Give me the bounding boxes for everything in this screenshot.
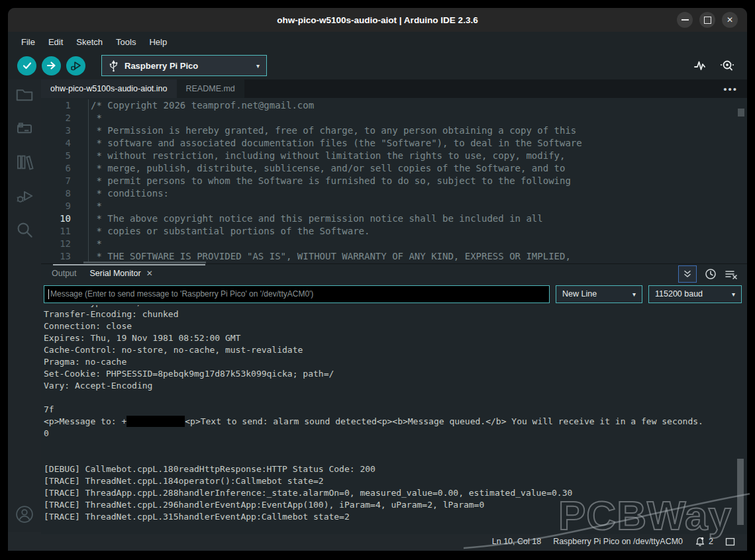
serial-output-line: Set-Cookie: PHPSESSID=8pebqk9mg17d87k53k… bbox=[44, 368, 747, 380]
code-text: * merge, publish, distribute, sublicense… bbox=[88, 162, 565, 175]
maximize-button[interactable] bbox=[699, 12, 715, 28]
line-number[interactable]: 5 bbox=[41, 150, 71, 162]
toggle-autoscroll-button[interactable] bbox=[678, 265, 697, 283]
serial-output-line bbox=[44, 440, 747, 451]
code-line: 3 * Permission is hereby granted, free o… bbox=[41, 124, 747, 137]
debug-button[interactable] bbox=[66, 56, 85, 75]
board-port-status[interactable]: Raspberry Pi Pico on /dev/ttyACM0 bbox=[553, 537, 683, 546]
verify-button[interactable] bbox=[17, 56, 36, 75]
line-number[interactable]: 10 bbox=[41, 212, 71, 225]
serial-output-line: [DEBUG] Callmebot.cppL.180readHttpRespon… bbox=[44, 463, 747, 475]
menu-file[interactable]: File bbox=[15, 34, 42, 50]
line-number[interactable]: 9 bbox=[41, 200, 71, 212]
line-number[interactable]: 13 bbox=[41, 250, 71, 263]
editor-lines: 1/* Copyright 2026 teamprof.net@gmail.co… bbox=[41, 99, 747, 263]
menu-edit[interactable]: Edit bbox=[42, 34, 70, 50]
serial-output-line: [TRACE] ThreadNet.cppL.184operator():Cal… bbox=[44, 475, 747, 487]
baud-rate-value: 115200 baud bbox=[655, 289, 703, 299]
line-number[interactable]: 6 bbox=[41, 162, 71, 175]
panel-actions bbox=[678, 265, 738, 283]
code-text: * bbox=[88, 112, 102, 124]
serial-monitor-icon[interactable] bbox=[719, 58, 735, 73]
menu-help[interactable]: Help bbox=[142, 34, 174, 50]
serial-output-line: Pragma: no-cache bbox=[44, 356, 747, 368]
debug-icon bbox=[70, 59, 83, 72]
serial-output-line: [TRACE] ThreadApp.cppL.288handlerInferen… bbox=[44, 487, 747, 499]
code-text: * Permission is hereby granted, free of … bbox=[88, 124, 576, 137]
account-icon[interactable] bbox=[15, 504, 34, 524]
text-cursor bbox=[48, 289, 49, 299]
screen: ohw-pico-w5100s-audio-aiot | Arduino IDE… bbox=[0, 0, 755, 560]
statusbar: Ln 10, Col 18 Raspberry Pi Pico on /dev/… bbox=[8, 532, 747, 551]
serial-output-line bbox=[44, 392, 747, 404]
code-editor[interactable]: 1/* Copyright 2026 teamprof.net@gmail.co… bbox=[41, 98, 747, 263]
line-ending-dropdown[interactable]: New Line ▾ bbox=[556, 285, 642, 303]
serial-message-input[interactable]: Message (Enter to send message to 'Raspb… bbox=[44, 285, 550, 303]
close-button[interactable]: ✕ bbox=[722, 12, 738, 28]
code-text: * copies or substantial portions of the … bbox=[88, 225, 370, 238]
tab-serial-monitor-label: Serial Monitor bbox=[90, 269, 141, 278]
editor-tab-readme-md[interactable]: README.md bbox=[177, 79, 244, 98]
menu-sketch[interactable]: Sketch bbox=[70, 34, 109, 50]
line-number[interactable]: 12 bbox=[41, 238, 71, 250]
serial-output-line: Transfer-Encoding: chunked bbox=[44, 308, 747, 320]
redacted-phone-number bbox=[126, 416, 185, 427]
line-number[interactable]: 11 bbox=[41, 225, 71, 238]
cursor-position[interactable]: Ln 10, Col 18 bbox=[492, 537, 541, 546]
toggle-timestamp-icon[interactable] bbox=[705, 268, 717, 280]
menu-tools[interactable]: Tools bbox=[109, 34, 142, 50]
baud-rate-dropdown[interactable]: 115200 baud ▾ bbox=[648, 285, 742, 303]
library-manager-icon[interactable] bbox=[15, 152, 34, 172]
notifications-button[interactable]: 2 bbox=[695, 536, 713, 547]
titlebar: ohw-pico-w5100s-audio-aiot | Arduino IDE… bbox=[8, 8, 747, 32]
minimize-icon bbox=[681, 19, 689, 21]
bottom-panel: Output Serial Monitor ✕ bbox=[41, 263, 747, 534]
activity-sidebar bbox=[8, 79, 41, 532]
serial-output-line: [TRACE] ThreadNet.cppL.296handlerEventAp… bbox=[44, 499, 747, 511]
line-number[interactable]: 8 bbox=[41, 187, 71, 200]
debug-sidebar-icon[interactable] bbox=[15, 186, 34, 206]
code-text: * software and associated documentation … bbox=[88, 137, 582, 150]
search-icon[interactable] bbox=[15, 220, 34, 240]
code-line: 11 * copies or substantial portions of t… bbox=[41, 225, 747, 238]
serial-output-line: 7f bbox=[44, 404, 747, 416]
code-line: 9 * bbox=[41, 200, 747, 212]
line-number[interactable]: 1 bbox=[41, 99, 71, 112]
right-arrow-icon bbox=[46, 60, 58, 71]
tab-more-button[interactable]: ••• bbox=[723, 79, 738, 98]
serial-output-line: Connection: close bbox=[44, 320, 747, 332]
serial-output-lines: Content-Type: text/htmlTransfer-Encoding… bbox=[41, 305, 747, 523]
editor-vscrollbar[interactable] bbox=[738, 98, 744, 263]
serial-output-line: <p>Message to: +<p>Text to send: alarm s… bbox=[44, 416, 747, 428]
tab-serial-monitor[interactable]: Serial Monitor ✕ bbox=[83, 269, 160, 278]
minimize-button[interactable] bbox=[677, 12, 693, 28]
serial-output-line bbox=[44, 451, 747, 463]
board-selector[interactable]: Raspberry Pi Pico ▾ bbox=[101, 55, 267, 76]
ide-body: ohw-pico-w5100s-audio-aiot.inoREADME.md•… bbox=[8, 79, 747, 532]
close-icon[interactable]: ✕ bbox=[146, 269, 153, 278]
sketchbook-folder-icon[interactable] bbox=[15, 85, 34, 105]
window-title: ohw-pico-w5100s-audio-aiot | Arduino IDE… bbox=[277, 15, 478, 25]
serial-output-area[interactable]: Content-Type: text/htmlTransfer-Encoding… bbox=[41, 305, 747, 534]
serial-output-line: Vary: Accept-Encoding bbox=[44, 380, 747, 392]
line-number[interactable]: 2 bbox=[41, 112, 71, 124]
line-number[interactable]: 7 bbox=[41, 175, 71, 187]
check-icon bbox=[21, 60, 33, 71]
tab-output[interactable]: Output bbox=[45, 269, 83, 278]
editor-tab-ohw-pico-w5100s-audio-aiot-ino[interactable]: ohw-pico-w5100s-audio-aiot.ino bbox=[41, 79, 177, 98]
serial-plotter-icon[interactable] bbox=[693, 58, 707, 73]
line-number[interactable]: 4 bbox=[41, 137, 71, 150]
window-controls: ✕ bbox=[677, 12, 738, 28]
line-number[interactable]: 3 bbox=[41, 124, 71, 137]
clear-output-icon[interactable] bbox=[725, 268, 738, 280]
editor-vscrollbar-thumb[interactable] bbox=[738, 109, 744, 117]
editor-panel-column: ohw-pico-w5100s-audio-aiot.inoREADME.md•… bbox=[41, 79, 747, 532]
serial-vscrollbar-thumb[interactable] bbox=[737, 459, 744, 525]
code-text: * bbox=[88, 238, 102, 250]
bell-icon bbox=[695, 536, 705, 547]
panel-toggle-button[interactable] bbox=[725, 537, 735, 546]
boards-manager-icon[interactable] bbox=[15, 118, 34, 138]
code-text: * permit persons to whom the Software is… bbox=[88, 175, 571, 187]
chevron-down-icon: ▾ bbox=[732, 291, 735, 298]
upload-button[interactable] bbox=[42, 56, 61, 75]
